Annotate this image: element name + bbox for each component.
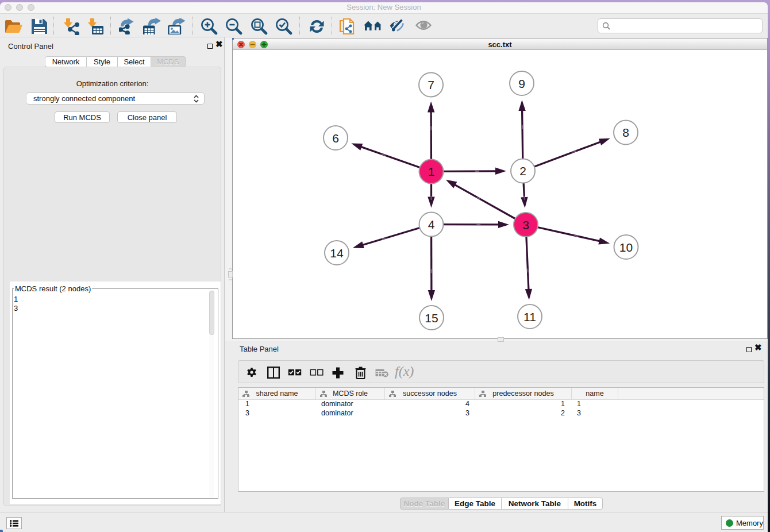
svg-text:10: 10 bbox=[619, 241, 633, 254]
svg-text:6: 6 bbox=[332, 132, 339, 145]
svg-text:4: 4 bbox=[428, 218, 435, 231]
svg-text:8: 8 bbox=[622, 126, 629, 139]
svg-text:1: 1 bbox=[428, 165, 435, 178]
svg-text:3: 3 bbox=[522, 218, 529, 232]
svg-text:2: 2 bbox=[519, 164, 526, 178]
svg-text:14: 14 bbox=[330, 246, 344, 260]
svg-text:7: 7 bbox=[428, 78, 434, 91]
svg-text:15: 15 bbox=[425, 311, 438, 325]
svg-text:9: 9 bbox=[518, 77, 525, 90]
svg-text:11: 11 bbox=[523, 310, 536, 323]
